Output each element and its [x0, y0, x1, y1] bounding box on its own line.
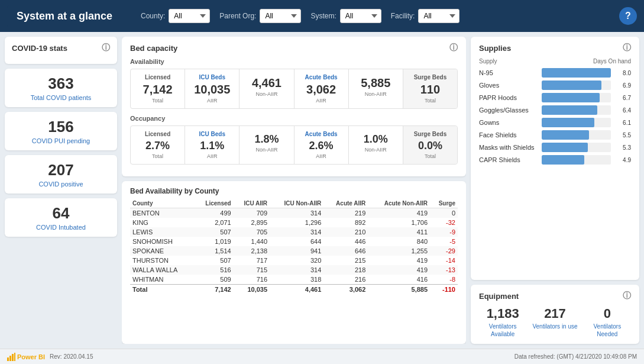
- occupancy-section: Occupancy Licensed2.7%TotalICU Beds1.1%A…: [130, 115, 458, 165]
- county-table-cell: 646: [323, 246, 368, 256]
- supplies-info-icon[interactable]: ⓘ: [623, 43, 631, 53]
- supply-bar-container-4: [542, 118, 611, 127]
- facility-filter-group: Facility: All: [391, 9, 460, 23]
- bed-col-value-5: 110: [406, 83, 455, 96]
- stat-card-3: 64 COVID Intubated: [5, 198, 117, 237]
- county-table-cell: 1,296: [270, 218, 323, 227]
- footer-refresh: Data refreshed: (GMT) 4/21/2020 10:49:08…: [514, 353, 637, 360]
- bed-col-0: Licensed2.7%Total: [131, 126, 185, 164]
- bed-col-header-0: Licensed: [133, 131, 182, 137]
- supply-value-2: 6.7: [614, 95, 631, 101]
- county-table-header: ICU Non-AIIR: [270, 199, 323, 208]
- county-table-row: THURSTON507717320215419-14: [130, 256, 458, 265]
- stat-label-0[interactable]: Total COVID patients: [12, 94, 110, 101]
- covid-stats-info-icon[interactable]: ⓘ: [102, 43, 110, 53]
- equip-value-0: 1,183: [479, 306, 526, 321]
- county-table-cell: 2,138: [234, 246, 270, 256]
- county-table-total-row: Total7,14210,0354,4613,0625,885-110: [130, 285, 458, 295]
- system-label: System:: [310, 12, 336, 20]
- county-table-cell: 941: [270, 246, 323, 256]
- county-table-header: Surge: [430, 199, 458, 208]
- county-table-cell: 716: [234, 275, 270, 285]
- supply-name-4: Gowns: [479, 119, 538, 126]
- bed-capacity-title: Bed capacity ⓘ: [130, 43, 458, 53]
- bed-col-1: ICU Beds1.1%AIIR: [185, 126, 240, 164]
- supply-bar-container-5: [542, 130, 611, 140]
- svg-rect-3: [14, 353, 15, 361]
- county-table-cell: 314: [270, 208, 323, 218]
- county-table-cell: 10,035: [234, 285, 270, 295]
- county-table-cell: 320: [270, 256, 323, 265]
- bed-col-4: 1.0%Non-AIIR: [349, 126, 403, 164]
- supply-value-0: 8.0: [614, 70, 631, 76]
- supply-bar-5: [542, 130, 589, 140]
- left-panel: COVID-19 stats ⓘ 363 Total COVID patient…: [5, 37, 117, 344]
- supply-name-2: PAPR Hoods: [479, 94, 538, 101]
- svg-rect-1: [9, 356, 11, 361]
- county-table-cell: 314: [270, 265, 323, 275]
- supply-name-0: N-95: [479, 69, 538, 76]
- county-table-cell: 314: [270, 227, 323, 237]
- stat-label-1[interactable]: COVID PUI pending: [12, 137, 110, 144]
- equip-item-2: 0Ventilators Needed: [584, 306, 631, 338]
- bed-col-3: Acute Beds3,062AIIR: [295, 69, 349, 108]
- footer-rev: Rev: 2020.04.15: [50, 353, 93, 360]
- bed-col-header-3: Acute Beds: [297, 74, 346, 80]
- stat-card-1: 156 COVID PUI pending: [5, 112, 117, 150]
- county-table-cell: LEWIS: [130, 227, 195, 237]
- bed-col-value-1: 10,035: [187, 83, 237, 96]
- availability-section: Availability Licensed7,142TotalICU Beds1…: [130, 58, 458, 109]
- equip-item-0: 1,183Ventilators Available: [479, 306, 526, 338]
- county-table-cell: 219: [323, 208, 368, 218]
- bed-col-0: Licensed7,142Total: [131, 69, 185, 108]
- bed-col-value-5: 0.0%: [406, 140, 455, 152]
- county-table-row: BENTON4997093142194190: [130, 208, 458, 218]
- equipment-info-icon[interactable]: ⓘ: [623, 291, 631, 301]
- bed-col-5: Surge Beds110Total: [403, 69, 457, 108]
- county-table-cell: -13: [430, 265, 458, 275]
- equip-value-1: 217: [531, 306, 578, 321]
- supply-row-0: N-958.0: [479, 68, 631, 78]
- equip-value-2: 0: [584, 306, 631, 321]
- stat-label-3[interactable]: COVID Intubated: [12, 224, 110, 231]
- county-table-header: County: [130, 199, 195, 208]
- bed-col-5: Surge Beds0.0%Total: [403, 126, 457, 164]
- county-table-cell: SPOKANE: [130, 246, 195, 256]
- bed-col-sub-1: AIIR: [187, 98, 237, 104]
- bed-col-sub-0: Total: [133, 98, 182, 104]
- supply-bar-4: [542, 118, 594, 127]
- stat-label-2[interactable]: COVID positive: [12, 181, 110, 188]
- system-select[interactable]: All: [340, 9, 381, 23]
- bed-col-2: 1.8%Non-AIIR: [240, 126, 294, 164]
- help-button[interactable]: ?: [619, 7, 637, 25]
- bed-capacity-info-icon[interactable]: ⓘ: [449, 43, 458, 53]
- supply-row-5: Face Shields5.5: [479, 130, 631, 140]
- county-table-cell: 2,895: [234, 218, 270, 227]
- parent-org-select[interactable]: All: [260, 9, 301, 23]
- supply-row-7: CAPR Shields4.9: [479, 155, 631, 165]
- county-table-cell: Total: [130, 285, 195, 295]
- supply-bar-container-3: [542, 105, 611, 115]
- bed-col-sub-1: AIIR: [187, 153, 237, 159]
- county-table-cell: 419: [368, 265, 430, 275]
- bed-col-sub-3: AIIR: [297, 153, 346, 159]
- bed-col-2: 4,461Non-AIIR: [240, 69, 294, 108]
- supply-name-6: Masks with Shields: [479, 144, 538, 151]
- county-table-cell: -8: [430, 275, 458, 285]
- county-table-cell: WALLA WALLA: [130, 265, 195, 275]
- supply-name-3: Goggles/Glasses: [479, 107, 538, 114]
- stat-value-1: 156: [12, 118, 110, 136]
- stat-card-2: 207 COVID positive: [5, 155, 117, 194]
- county-table-row: SPOKANE1,5142,1389416461,255-29: [130, 246, 458, 256]
- bed-col-value-4: 1.0%: [351, 133, 400, 146]
- county-table-cell: 2,071: [195, 218, 234, 227]
- parent-org-label: Parent Org:: [219, 12, 256, 20]
- county-select[interactable]: All: [169, 9, 210, 23]
- bed-col-header-5: Surge Beds: [406, 74, 455, 80]
- county-table-row: KING2,0712,8951,2968921,706-32: [130, 218, 458, 227]
- county-table-cell: KING: [130, 218, 195, 227]
- facility-select[interactable]: All: [418, 9, 459, 23]
- county-table-card: Bed Availability by County CountyLicense…: [122, 181, 466, 344]
- bed-col-header-3: Acute Beds: [297, 131, 346, 137]
- supply-row-4: Gowns6.1: [479, 118, 631, 127]
